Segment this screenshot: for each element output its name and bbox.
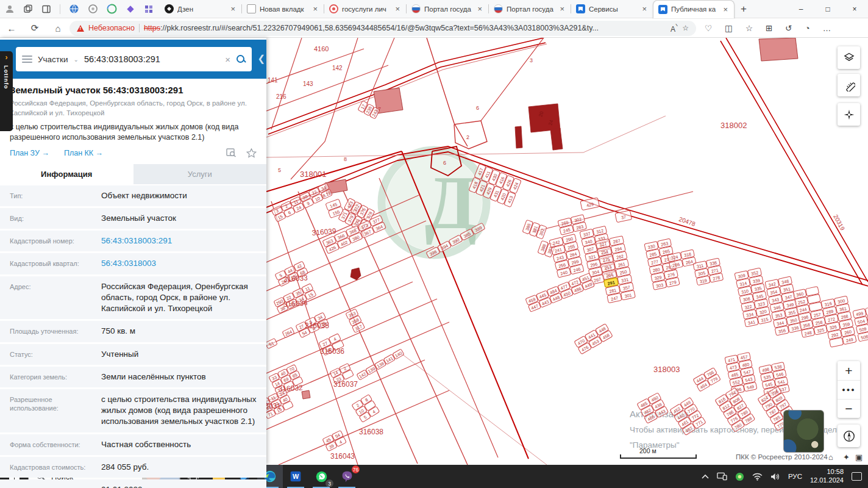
notification-center-icon[interactable]: [852, 472, 862, 481]
tab-close-icon[interactable]: ×: [641, 4, 648, 13]
extension-grid-icon[interactable]: [144, 4, 154, 14]
antivirus-icon[interactable]: [735, 472, 744, 481]
compass-button[interactable]: [838, 425, 860, 447]
tab-close-icon[interactable]: ×: [558, 4, 566, 13]
browser-tab-7[interactable]: Публичная ка×: [653, 0, 735, 18]
plan-kk-link[interactable]: План КК →: [64, 149, 103, 157]
map-home-icon[interactable]: ⌂: [828, 453, 833, 462]
extension-globe-icon[interactable]: [69, 4, 79, 14]
tab-close-icon[interactable]: ×: [476, 4, 483, 13]
keyboard-language[interactable]: РУС: [788, 473, 802, 480]
lotinfo-side-tab[interactable]: › LotInfo: [0, 51, 13, 131]
map-canvas[interactable]: ДАктуализация ...Чтобы активировать карт…: [266, 38, 868, 465]
search-input[interactable]: [84, 54, 219, 64]
map-label-316038: 316038: [359, 428, 383, 436]
map-label-141: 141: [268, 77, 278, 84]
map-scale-label: 200 м: [639, 447, 656, 454]
measure-ruler-button[interactable]: [838, 74, 860, 96]
preview-document-icon[interactable]: [226, 148, 237, 157]
profile-icon[interactable]: [5, 4, 15, 14]
maximize-button[interactable]: □: [814, 0, 841, 18]
extensions-sync-icon[interactable]: ◔: [805, 24, 810, 33]
clear-search-icon[interactable]: ×: [225, 54, 230, 65]
menu-icon[interactable]: [22, 54, 32, 65]
minimize-button[interactable]: –: [788, 0, 814, 18]
address-bar[interactable]: Небезопасно https://pkk.rosreestr.ru/#/s…: [69, 21, 696, 36]
services-favicon: [576, 4, 585, 13]
extension-diamond-icon[interactable]: [126, 4, 135, 14]
map-label-6: 6: [476, 105, 479, 111]
favorites-icon[interactable]: ☆: [745, 23, 753, 33]
extension-circle-icon[interactable]: [88, 4, 98, 14]
wifi-icon[interactable]: [752, 473, 763, 481]
cadastral-map[interactable]: ДАктуализация ...Чтобы активировать карт…: [266, 38, 868, 465]
clock-time: 10:58: [810, 468, 844, 476]
tab-close-icon[interactable]: ×: [311, 4, 319, 13]
attribute-label: Адрес:: [10, 281, 101, 315]
viber-icon[interactable]: 76: [334, 465, 360, 488]
zoom-in-button[interactable]: +: [838, 361, 860, 380]
attribute-value[interactable]: 56:43:0318003: [101, 258, 156, 269]
browser-tab-1[interactable]: Дзен×: [160, 0, 241, 18]
map-building: [528, 104, 560, 132]
tab-services[interactable]: Услуги: [133, 164, 267, 184]
settings-more-icon[interactable]: …: [823, 24, 831, 33]
map-fullscreen-icon[interactable]: ▣: [855, 453, 863, 462]
tab-close-icon[interactable]: ×: [394, 4, 401, 13]
plan-zu-link[interactable]: План ЗУ →: [10, 149, 49, 157]
whatsapp-icon[interactable]: 3: [308, 465, 334, 488]
split-screen-icon[interactable]: ◫: [725, 23, 733, 33]
url-text[interactable]: https://pkk.rosreestr.ru/#/search/51.223…: [144, 24, 666, 32]
browser-tab-3[interactable]: госуслуги лич×: [324, 0, 406, 18]
zoom-out-button[interactable]: −: [838, 399, 860, 418]
favorite-star-icon[interactable]: ☆: [682, 24, 689, 32]
layers-button[interactable]: [838, 46, 860, 69]
history-icon[interactable]: ↺: [785, 23, 792, 33]
tab-information[interactable]: Информация: [0, 164, 133, 184]
search-icon[interactable]: [236, 54, 246, 64]
extension-color-icon[interactable]: [107, 4, 117, 14]
tab-close-icon[interactable]: ×: [722, 5, 729, 14]
chevron-down-icon[interactable]: ⌄: [74, 56, 79, 63]
security-warning-label[interactable]: Небезопасно: [88, 24, 135, 32]
tab-label: Новая вкладк: [260, 5, 308, 13]
sidebar-icon[interactable]: [41, 4, 51, 14]
attribute-value[interactable]: 56:43:0318003:291: [101, 235, 172, 246]
locate-button[interactable]: [838, 103, 860, 126]
page-content: Участки ⌄ × ❮ › LotInfo Земельный участо…: [0, 38, 868, 465]
search-category-dropdown[interactable]: Участки: [38, 55, 68, 64]
refresh-button[interactable]: ⟳: [23, 23, 46, 34]
new-tab-button[interactable]: +: [735, 3, 753, 15]
attribute-label: Вид:: [10, 213, 101, 224]
basemap-switcher-thumbnail[interactable]: [783, 410, 824, 453]
workspaces-icon[interactable]: [23, 4, 33, 14]
browser-tab-5[interactable]: Портал госуда×: [489, 0, 571, 18]
parcel-cluster: 386381392: [522, 220, 547, 239]
map-locate-icon[interactable]: ✦: [843, 453, 850, 462]
tray-expand-chevron[interactable]: [702, 474, 709, 479]
zoom-level-menu[interactable]: ●●●: [838, 380, 860, 399]
map-building: [515, 126, 522, 148]
collections-icon[interactable]: ⊞: [766, 23, 772, 33]
home-button[interactable]: ⌂: [46, 23, 69, 34]
connected-devices-icon[interactable]: [717, 472, 727, 481]
browser-tab-2[interactable]: Новая вкладк×: [242, 0, 324, 18]
attribute-row-2: Вид:Земельный участок: [0, 208, 266, 229]
tab-close-icon[interactable]: ×: [229, 4, 237, 13]
map-label-316032: 316032: [278, 383, 303, 393]
volume-icon[interactable]: [770, 473, 780, 481]
search-box[interactable]: Участки ⌄ ×: [16, 47, 252, 71]
close-button[interactable]: ×: [841, 0, 868, 18]
browser-essentials-icon[interactable]: ♡: [705, 23, 712, 33]
parcel-cluster: 142139138141140: [357, 349, 404, 380]
parcel-cluster: 429: [580, 198, 599, 210]
clock[interactable]: 10:58 12.01.2024: [810, 468, 844, 485]
favorite-star-icon[interactable]: [246, 148, 257, 158]
panel-collapse-chevron[interactable]: ❮: [257, 53, 265, 64]
browser-tab-4[interactable]: Портал госуда×: [407, 0, 488, 18]
parcel-title: Земельный участок 56:43:0318003:291: [10, 85, 257, 95]
browser-tab-6[interactable]: Сервисы×: [571, 0, 653, 18]
back-button[interactable]: ←: [0, 23, 23, 34]
word-app-icon[interactable]: W: [283, 465, 308, 488]
read-aloud-icon[interactable]: Aᐠ: [671, 23, 678, 34]
